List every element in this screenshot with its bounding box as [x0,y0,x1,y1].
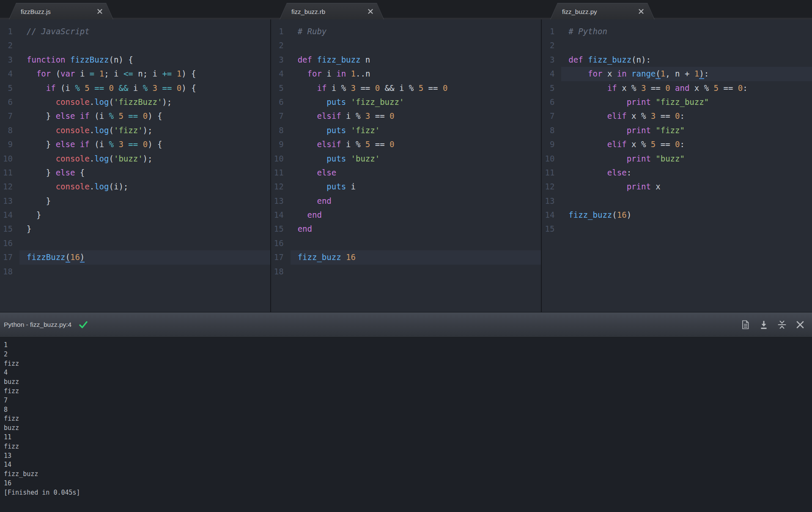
line-number: 6 [271,95,284,109]
output-line: fizz [4,387,812,396]
code-line[interactable]: 15 [542,222,812,236]
code-text: } [19,194,270,208]
code-text [561,38,812,52]
line-number: 8 [271,123,284,137]
line-number: 1 [0,25,13,38]
output-line: 11 [4,433,812,442]
line-number: 4 [0,67,13,81]
code-line[interactable]: 8 console.log('fizz'); [0,123,270,137]
line-number: 13 [271,194,284,208]
code-text: # Ruby [291,25,541,38]
code-line[interactable]: 8 print "fizz" [542,123,812,137]
tab-fizzbuzz-js[interactable]: fizzBuzz.js [9,3,113,19]
code-line[interactable]: 5 if x % 3 == 0 and x % 5 == 0: [542,81,812,95]
editor-pane-javascript[interactable]: 1// JavaScript23function fizzBuzz(n) {4 … [0,19,270,312]
code-text: console.log(i); [19,180,270,194]
code-line[interactable]: 14 end [271,208,541,222]
code-line[interactable]: 4 for (var i = 1; i <= n; i += 1) { [0,67,270,81]
code-line[interactable]: 16 [271,236,541,250]
code-line[interactable]: 13 [542,194,812,208]
code-text: print "fizz_buzz" [561,95,812,109]
code-line[interactable]: 14 } [0,208,270,222]
panel-actions [741,320,805,330]
code-text: } else if (i % 5 == 0) { [19,109,270,123]
tab-cell-3: fizz_buzz.py [541,0,812,19]
tab-close-icon[interactable] [97,8,103,14]
code-line[interactable]: 2 [271,38,541,52]
code-line[interactable]: 17fizzBuzz(16) [0,250,270,264]
code-line[interactable]: 11 } else { [0,166,270,180]
line-number: 8 [0,123,13,137]
line-number: 5 [542,81,554,95]
code-line[interactable]: 12 print x [542,180,812,194]
output-line: 4 [4,368,812,378]
line-number: 17 [0,250,13,264]
code-line[interactable]: 7 elif x % 3 == 0: [542,109,812,123]
code-line[interactable]: 18 [0,265,270,279]
code-line[interactable]: 1// JavaScript [0,25,270,38]
code-line[interactable]: 12 puts i [271,180,541,194]
code-line[interactable]: 13 } [0,194,270,208]
collapse-icon[interactable] [777,320,787,330]
code-line[interactable]: 2 [0,38,270,52]
code-line[interactable]: 5 if i % 3 == 0 && i % 5 == 0 [271,81,541,95]
editor-pane-ruby[interactable]: 1# Ruby23def fizz_buzz n4 for i in 1..n5… [270,19,541,312]
code-line[interactable]: 15end [271,222,541,236]
code-line[interactable]: 10 puts 'buzz' [271,152,541,166]
code-text: else [291,166,541,180]
code-line[interactable]: 17fizz_buzz 16 [271,250,541,264]
code-line[interactable]: 2 [542,38,812,52]
code-text: if i % 3 == 0 && i % 5 == 0 [291,81,541,95]
line-number: 9 [271,137,284,151]
close-panel-icon[interactable] [795,320,805,330]
line-number: 11 [271,166,284,180]
code-line[interactable]: 3function fizzBuzz(n) { [0,53,270,67]
document-icon[interactable] [741,320,751,330]
code-line[interactable]: 6 print "fizz_buzz" [542,95,812,109]
code-line[interactable]: 13 end [271,194,541,208]
code-line[interactable]: 6 puts 'fizz_buzz' [271,95,541,109]
code-line[interactable]: 3def fizz_buzz(n): [542,53,812,67]
code-text: fizz_buzz 16 [291,250,541,264]
code-text [561,222,812,236]
code-line[interactable]: 11 else: [542,166,812,180]
tab-fizz-buzz-py[interactable]: fizz_buzz.py [550,3,655,19]
code-line[interactable]: 10 console.log('buzz'); [0,152,270,166]
code-line[interactable]: 9 } else if (i % 3 == 0) { [0,137,270,151]
line-number: 13 [542,194,554,208]
code-text: } else if (i % 3 == 0) { [19,137,270,151]
code-line[interactable]: 11 else [271,166,541,180]
tab-close-icon[interactable] [368,8,373,14]
code-line[interactable]: 7 } else if (i % 5 == 0) { [0,109,270,123]
code-line[interactable]: 4 for i in 1..n [271,67,541,81]
code-line[interactable]: 7 elsif i % 3 == 0 [271,109,541,123]
code-line[interactable]: 6 console.log('fizzBuzz'); [0,95,270,109]
code-line[interactable]: 12 console.log(i); [0,180,270,194]
code-line[interactable]: 14fizz_buzz(16) [542,208,812,222]
code-text [291,265,541,279]
code-text: if (i % 5 == 0 && i % 3 == 0) { [19,81,270,95]
tab-fizz-buzz-rb[interactable]: fizz_buzz.rb [280,3,384,19]
code-line[interactable]: 8 puts 'fizz' [271,123,541,137]
output-line: fizz [4,442,812,452]
line-number: 12 [271,180,284,194]
code-line[interactable]: 9 elsif i % 5 == 0 [271,137,541,151]
download-icon[interactable] [759,320,769,330]
code-line[interactable]: 4 for x in range(1, n + 1): [542,67,812,81]
code-text: console.log('fizzBuzz'); [19,95,270,109]
code-line[interactable]: 16 [0,236,270,250]
build-status-title: Python - fizz_buzz.py:4 [4,321,71,329]
code-line[interactable]: 5 if (i % 5 == 0 && i % 3 == 0) { [0,81,270,95]
code-line[interactable]: 3def fizz_buzz n [271,53,541,67]
output-line: fizz [4,359,812,369]
code-line[interactable]: 10 print "buzz" [542,152,812,166]
code-line[interactable]: 15} [0,222,270,236]
code-line[interactable]: 18 [271,265,541,279]
build-output[interactable]: 12fizz4buzzfizz78fizzbuzz11fizz1314fizz_… [0,337,812,512]
code-line[interactable]: 9 elif x % 5 == 0: [542,137,812,151]
code-text [19,265,270,279]
code-line[interactable]: 1# Ruby [271,25,541,38]
editor-pane-python[interactable]: 1# Python23def fizz_buzz(n):4 for x in r… [541,19,812,312]
tab-close-icon[interactable] [638,8,644,14]
code-line[interactable]: 1# Python [542,25,812,38]
